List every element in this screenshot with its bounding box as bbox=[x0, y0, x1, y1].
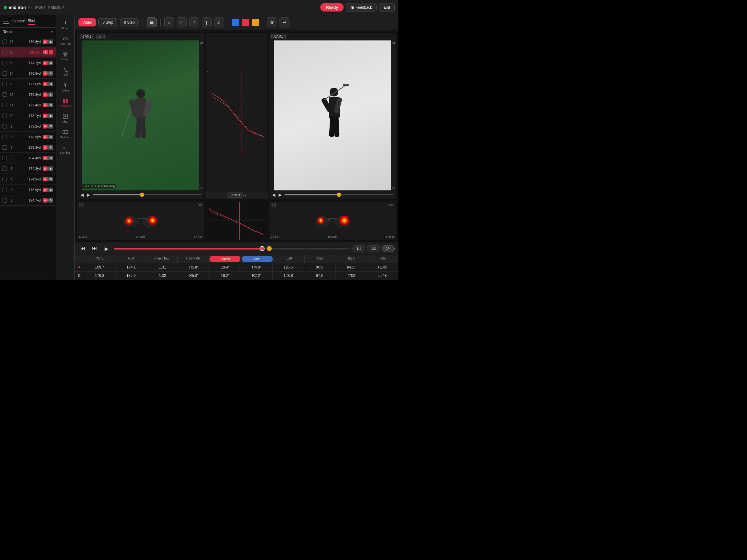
step-back-button[interactable]: ⏭ bbox=[90, 244, 99, 253]
club-name: mid iron bbox=[9, 5, 26, 10]
shot-item[interactable]: 17 180.8yd A B bbox=[0, 36, 56, 47]
shot-item[interactable]: 6184.4ydAB bbox=[0, 153, 56, 163]
sidebar-item-club[interactable]: Club bbox=[57, 64, 74, 79]
timeline-track-right[interactable] bbox=[284, 194, 393, 195]
pressure-footer-right: L 38% 16 inch 84% R bbox=[269, 235, 396, 238]
centerx-label[interactable]: CenterX bbox=[227, 193, 244, 198]
tab-session[interactable]: Session bbox=[12, 18, 25, 25]
next-frame-button-right[interactable]: ▶ bbox=[278, 192, 283, 198]
center-label: CenterX ▾ bbox=[205, 191, 268, 199]
shot-item[interactable]: 15174.1ydAB bbox=[0, 58, 56, 68]
center-graph: A bbox=[205, 33, 268, 191]
skip-back-button[interactable]: ⏮ bbox=[78, 244, 87, 253]
shot-item[interactable]: 11172.4ydAB bbox=[0, 100, 56, 110]
shot-item[interactable]: 10178.1ydAB bbox=[0, 110, 56, 121]
sidebar-item-group[interactable]: Group bbox=[57, 49, 74, 63]
svg-point-48 bbox=[319, 219, 322, 222]
left-slider-left-panel[interactable] bbox=[77, 41, 82, 190]
feedback-button[interactable]: ▣ Feedback bbox=[346, 3, 377, 12]
sidebar-item-session-view[interactable]: Session bbox=[57, 126, 74, 141]
toolbar-separator-4 bbox=[263, 19, 263, 26]
shot-item[interactable]: 2174.7ydAB bbox=[0, 195, 56, 206]
prev-frame-button[interactable]: ◀ bbox=[80, 192, 84, 198]
col-header-ball: Ball bbox=[274, 255, 305, 263]
color-blue-button[interactable] bbox=[232, 19, 239, 26]
menu-icon[interactable] bbox=[3, 19, 9, 24]
play-button[interactable]: ▶ bbox=[102, 244, 111, 253]
shot-item[interactable]: 16 182.0yd A bbox=[0, 47, 56, 58]
pressure-heatmap-right bbox=[279, 208, 387, 233]
sidebar-item-number[interactable]: # Number bbox=[57, 142, 74, 157]
color-yellow-button[interactable] bbox=[252, 19, 259, 26]
line-tool-button[interactable]: / bbox=[189, 18, 199, 27]
list-view-button[interactable] bbox=[147, 18, 157, 27]
angle-tool-button[interactable]: ∠ bbox=[214, 18, 224, 27]
tab-shot[interactable]: Shot bbox=[28, 18, 35, 25]
col-header-carry: Carry bbox=[84, 255, 115, 263]
color-red-button[interactable] bbox=[242, 19, 249, 26]
delete-button[interactable]: 🗑 bbox=[267, 18, 277, 27]
video-timeline-left: ◀ ▶ bbox=[77, 190, 204, 199]
sidebar-item-compare[interactable]: Compare bbox=[57, 95, 74, 110]
page-1-4-button[interactable]: 1/4 bbox=[382, 245, 395, 252]
shot-item[interactable]: 14175.9ydAB bbox=[0, 68, 56, 79]
svg-rect-6 bbox=[63, 99, 65, 103]
cell-total-b: 182.0 bbox=[115, 272, 147, 280]
total-label: Total bbox=[3, 30, 51, 34]
cell-side2-a: R145 bbox=[367, 263, 398, 271]
progress-track[interactable] bbox=[114, 248, 349, 249]
sidebar-item-front[interactable]: Front bbox=[57, 18, 74, 32]
undo-button[interactable]: ↩ bbox=[280, 18, 289, 27]
shot-checkbox[interactable] bbox=[2, 50, 7, 54]
cell-carry-a: 169.7 bbox=[84, 263, 115, 271]
svg-point-52 bbox=[343, 219, 346, 222]
shot-item[interactable]: 3176.9ydAB bbox=[0, 185, 56, 195]
video-button[interactable]: Video bbox=[78, 18, 96, 26]
sidebar-item-shot-view[interactable]: Shot bbox=[57, 111, 74, 126]
total-filter[interactable]: Total ▾ bbox=[0, 28, 56, 36]
timeline-track-left[interactable] bbox=[93, 194, 202, 195]
col-header-back: Back bbox=[336, 255, 367, 263]
sidebar-item-side-top[interactable]: Side Top bbox=[57, 33, 74, 48]
golfer-left-icon bbox=[119, 81, 162, 150]
right-slider-left-panel[interactable]: 61 39 bbox=[199, 41, 204, 190]
row-label-a: A bbox=[75, 263, 84, 271]
left-slider-right-panel[interactable] bbox=[269, 41, 274, 190]
pressure-panel-right: F 58% L 38% bbox=[269, 202, 396, 240]
exit-button[interactable]: Exit bbox=[379, 3, 395, 12]
step8b-button[interactable]: 8 Step bbox=[120, 18, 139, 26]
cell-smash-b: 1.32 bbox=[147, 272, 178, 280]
col-header-total: Total bbox=[115, 255, 146, 263]
shot-item[interactable]: 9179.2ydAB bbox=[0, 121, 56, 132]
cell-side-a: R4.8° bbox=[241, 263, 273, 271]
shot-item[interactable]: 8178.9ydAB bbox=[0, 132, 56, 142]
next-frame-button[interactable]: ▶ bbox=[86, 192, 91, 198]
video-panel-left: CAM1 ▷ bbox=[77, 33, 204, 199]
ready-button[interactable]: Ready bbox=[320, 3, 344, 11]
sidebar-item-swing[interactable]: Swing bbox=[57, 80, 74, 95]
shot-item[interactable]: 13177.6ydAB bbox=[0, 79, 56, 89]
right-slider-right-panel[interactable]: 64 36 bbox=[391, 41, 396, 190]
video-frame-left: 61.2t / 3.6s 68.8 Aim Ang 61 39 bbox=[77, 41, 204, 190]
pressure-left-pct-right: L 38% bbox=[271, 235, 279, 238]
top-bar-right: Ready ▣ Feedback Exit bbox=[320, 3, 395, 12]
shot-item[interactable]: 4174.2ydAB bbox=[0, 174, 56, 185]
cell-back-b: 7709 bbox=[336, 272, 367, 280]
chevron-icon: ▾ bbox=[245, 193, 247, 197]
page-1-1-button[interactable]: 1/1 bbox=[352, 245, 365, 252]
step8a-button[interactable]: 8 Step bbox=[98, 18, 117, 26]
rect-tool-button[interactable]: □ bbox=[177, 18, 187, 27]
top-bar: mid iron ✎2 IRON7 | PREMIUM Ready ▣ Feed… bbox=[0, 0, 398, 15]
prev-frame-button-right[interactable]: ◀ bbox=[272, 192, 276, 198]
page-1-2-button[interactable]: 1/2 bbox=[367, 245, 380, 252]
shot-checkbox[interactable] bbox=[2, 39, 7, 44]
curve-tool-button[interactable]: ∫ bbox=[202, 18, 212, 27]
circle-tool-button[interactable]: ○ bbox=[164, 18, 174, 27]
cell-club-b: 97.6 bbox=[304, 272, 336, 280]
shot-item[interactable]: 12179.3ydAB bbox=[0, 89, 56, 100]
svg-text:#: # bbox=[63, 145, 66, 150]
swing-label: Swing bbox=[61, 89, 69, 92]
shot-item[interactable]: 7185.3ydAB bbox=[0, 142, 56, 153]
video-area: CAM1 ▷ bbox=[75, 30, 398, 202]
shot-item[interactable]: 5174.3ydAB bbox=[0, 163, 56, 174]
